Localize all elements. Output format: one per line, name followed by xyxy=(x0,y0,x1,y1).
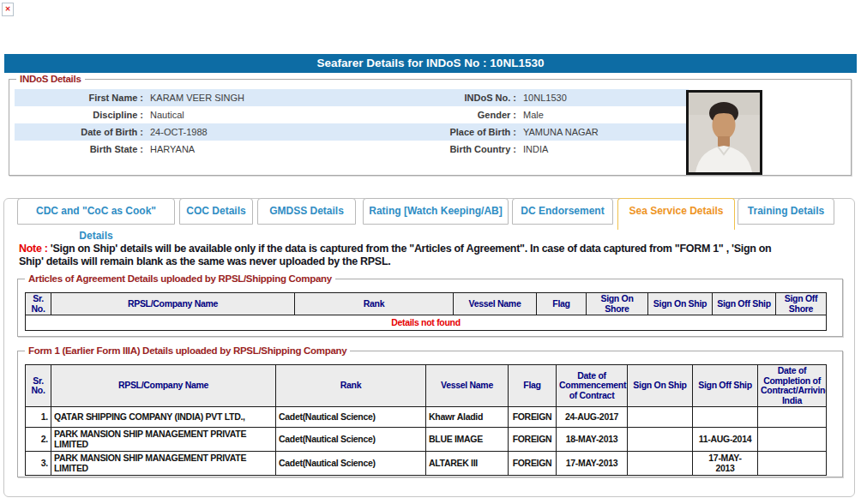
field-value: Male xyxy=(516,110,689,120)
field-value: INDIA xyxy=(516,144,689,154)
cell-vessel: ALTAREK III xyxy=(426,452,509,476)
tab-cdc-coc-as-cook-details[interactable]: CDC and "CoC as Cook" Details xyxy=(17,198,175,225)
column-header: Sign On Ship xyxy=(628,365,693,407)
tab-coc-details[interactable]: COC Details xyxy=(179,198,253,225)
indos-details-legend: INDoS Details xyxy=(16,74,85,85)
cell-company: PARK MANSION SHIP MANAGEMENT PRIVATE LIM… xyxy=(51,428,276,452)
cell-rank: Cadet(Nautical Science) xyxy=(276,452,426,476)
field-label: Birth Country : xyxy=(375,144,516,154)
cell-company: PARK MANSION SHIP MANAGEMENT PRIVATE LIM… xyxy=(51,452,276,476)
column-header: Sign On Shore xyxy=(587,293,648,315)
cell-commencement: 24-AUG-2017 xyxy=(557,407,628,428)
field-label: INDoS No. : xyxy=(375,93,516,103)
page-title: Seafarer Details for INDoS No : 10NL1530 xyxy=(4,54,857,73)
column-header: Date of Completion of Contract/Arriving … xyxy=(758,365,827,407)
cell-vessel: BLUE IMAGE xyxy=(426,428,509,452)
tab-dc-endorsement[interactable]: DC Endorsement xyxy=(512,198,613,225)
column-header: Sign Off Ship xyxy=(713,293,776,315)
table-row: 3. PARK MANSION SHIP MANAGEMENT PRIVATE … xyxy=(26,452,827,476)
indos-details-grid: First Name : KARAM VEER SINGH INDoS No. … xyxy=(15,89,689,158)
articles-of-agreement-fieldset: Articles of Agreement Details uploaded b… xyxy=(17,279,843,337)
seafarer-photo-image xyxy=(689,93,760,172)
column-header: Rank xyxy=(295,293,454,315)
cell-sr-no: 1. xyxy=(26,407,51,428)
indos-details-fieldset: INDoS Details First Name : KARAM VEER SI… xyxy=(9,79,852,176)
cell-sign-off-ship: 17-MAY-2013 xyxy=(693,452,758,476)
page: ✕ Seafarer Details for INDoS No : 10NL15… xyxy=(0,0,861,504)
cell-sign-on-ship xyxy=(628,407,693,428)
cell-flag: FOREIGN xyxy=(509,452,557,476)
field-label: First Name : xyxy=(15,93,143,103)
cell-rank: Cadet(Nautical Science) xyxy=(276,428,426,452)
field-label: Place of Birth : xyxy=(375,127,516,137)
form1-table: Sr. No. RPSL/Company Name Rank Vessel Na… xyxy=(25,364,827,476)
field-label: Birth State : xyxy=(15,144,143,154)
cell-completion xyxy=(758,407,827,428)
tab-sea-service-details[interactable]: Sea Service Details xyxy=(617,198,735,230)
tab-training-details[interactable]: Training Details xyxy=(738,198,834,225)
field-value: 24-OCT-1988 xyxy=(143,127,375,137)
indos-row: First Name : KARAM VEER SINGH INDoS No. … xyxy=(15,89,689,106)
table-row: Details not found xyxy=(26,315,827,331)
cell-commencement: 17-MAY-2013 xyxy=(557,452,628,476)
field-value: KARAM VEER SINGH xyxy=(143,93,375,103)
indos-row: Birth State : HARYANA Birth Country : IN… xyxy=(15,141,689,158)
field-value: YAMUNA NAGAR xyxy=(516,127,689,137)
indos-row: Discipline : Nautical Gender : Male xyxy=(15,106,689,123)
column-header: Flag xyxy=(537,293,587,315)
cell-rank: Cadet(Nautical Science) xyxy=(276,407,426,428)
column-header: Date of Commencement of Contract xyxy=(557,365,628,407)
cell-completion xyxy=(758,428,827,452)
column-header: Sr. No. xyxy=(26,293,51,315)
cell-flag: FOREIGN xyxy=(509,428,557,452)
tab-rating-watch-keeping-ab[interactable]: Rating [Watch Keeping/AB] xyxy=(363,198,509,225)
column-header: Flag xyxy=(509,365,557,407)
empty-message: Details not found xyxy=(26,315,827,331)
table-header-row: Sr. No. RPSL/Company Name Rank Vessel Na… xyxy=(26,293,827,315)
column-header: Vessel Name xyxy=(454,293,537,315)
field-value: Nautical xyxy=(143,110,375,120)
table-row: 2. PARK MANSION SHIP MANAGEMENT PRIVATE … xyxy=(26,428,827,452)
cell-sign-on-ship xyxy=(628,452,693,476)
column-header: Rank xyxy=(276,365,426,407)
cell-sr-no: 2. xyxy=(26,428,51,452)
table-header-row: Sr. No. RPSL/Company Name Rank Vessel Na… xyxy=(26,365,827,407)
field-label: Gender : xyxy=(375,110,516,120)
column-header: Sign Off Ship xyxy=(693,365,758,407)
column-header: RPSL/Company Name xyxy=(51,293,295,315)
field-label: Discipline : xyxy=(15,110,143,120)
cell-sign-off-ship xyxy=(693,407,758,428)
cell-sr-no: 3. xyxy=(26,452,51,476)
note-prefix: Note : xyxy=(19,243,48,255)
form1-fieldset: Form 1 (Earlier Form IIIA) Details uploa… xyxy=(17,351,843,477)
form1-legend: Form 1 (Earlier Form IIIA) Details uploa… xyxy=(25,345,350,357)
broken-image-icon: ✕ xyxy=(2,3,14,16)
note-line: 'Sign on Ship' details will be available… xyxy=(51,243,772,255)
column-header: Sign Off Shore xyxy=(776,293,827,315)
seafarer-photo xyxy=(686,90,762,175)
note-text: Note : 'Sign on Ship' details will be av… xyxy=(19,243,846,268)
indos-row: Date of Birth : 24-OCT-1988 Place of Bir… xyxy=(15,123,689,141)
cell-sign-on-ship xyxy=(628,428,693,452)
cell-sign-off-ship-text: 17-MAY-2013 xyxy=(703,453,748,473)
cell-completion xyxy=(758,452,827,476)
note-line: Ship' details will remain blank as the s… xyxy=(19,255,390,267)
cell-flag: FOREIGN xyxy=(509,407,557,428)
articles-legend: Articles of Agreement Details uploaded b… xyxy=(25,273,335,285)
column-header: Sr. No. xyxy=(26,365,51,407)
field-value: HARYANA xyxy=(143,144,375,154)
column-header: Vessel Name xyxy=(426,365,509,407)
cell-vessel: Khawr Aladid xyxy=(426,407,509,428)
field-value: 10NL1530 xyxy=(516,93,689,103)
table-row: 1. QATAR SHIPPING COMPANY (INDIA) PVT LT… xyxy=(26,407,827,428)
column-header: RPSL/Company Name xyxy=(51,365,276,407)
field-label: Date of Birth : xyxy=(15,127,143,137)
tab-gmdss-details[interactable]: GMDSS Details xyxy=(257,198,356,225)
cell-commencement: 18-MAY-2013 xyxy=(557,428,628,452)
articles-table: Sr. No. RPSL/Company Name Rank Vessel Na… xyxy=(25,292,827,331)
cell-sign-off-ship: 11-AUG-2014 xyxy=(693,428,758,452)
cell-company: QATAR SHIPPING COMPANY (INDIA) PVT LTD., xyxy=(51,407,276,428)
column-header: Sign On Ship xyxy=(648,293,713,315)
